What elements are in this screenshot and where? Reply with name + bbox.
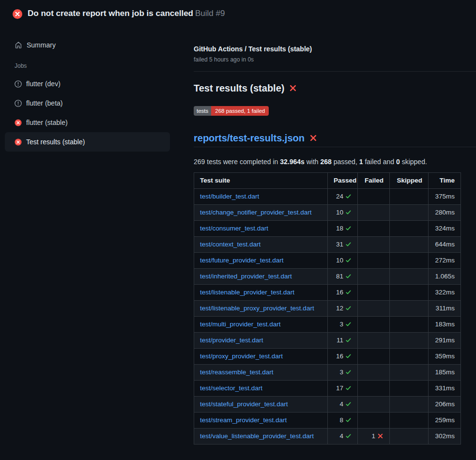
check-icon [345,272,352,281]
home-icon [15,41,22,49]
check-icon [345,383,352,393]
sidebar-item-flutter-stable[interactable]: flutter (stable) [5,113,170,132]
table-row: test/context_test.dart31644ms [194,237,461,253]
check-icon [345,192,352,201]
table-row: test/builder_test.dart24375ms [194,189,461,205]
table-row: test/reassemble_test.dart3185ms [194,365,461,381]
skipped-cell [390,205,429,221]
summary-line: 269 tests were completed in 32.964s with… [194,158,461,166]
jobs-heading: Jobs [15,62,184,69]
table-row: test/stream_provider_test.dart8259ms [194,413,461,429]
check-icon [345,288,352,297]
failed-cell [358,381,390,397]
skipped-cell [390,349,429,365]
suite-cell: test/listenable_provider_test.dart [194,285,328,301]
sidebar-item-test-results-stable[interactable]: Test results (stable) [5,132,170,152]
sidebar-item-flutter-beta[interactable]: flutter (beta) [5,93,170,113]
suite-link[interactable]: test/future_provider_test.dart [200,257,284,264]
passed-cell: 16 [328,349,358,365]
passed-cell: 81 [328,269,358,285]
passed-cell: 10 [328,253,358,269]
x-circle-icon [15,138,22,146]
sidebar-item-summary[interactable]: Summary [5,35,170,55]
suite-link[interactable]: test/stream_provider_test.dart [200,416,287,424]
main-content: GitHub Actions / Test results (stable) f… [184,28,476,445]
sidebar-item-label: Test results (stable) [26,138,85,146]
summary-duration: 32.964s [280,158,305,166]
sidebar: Summary Jobs flutter (dev)flutter (beta)… [0,28,184,152]
summary-text: skipped. [400,158,427,166]
time-cell: 259ms [429,413,461,429]
table-row: test/value_listenable_provider_test.dart… [194,429,461,445]
failed-count: 1 [371,432,375,440]
suite-link[interactable]: test/selector_test.dart [200,384,262,392]
build-failed-icon [13,9,22,19]
sidebar-item-flutter-dev[interactable]: flutter (dev) [5,74,170,93]
failed-cell [358,253,390,269]
failed-cell [358,237,390,253]
summary-passed-count: 268 [321,158,332,166]
skipped-cell [390,413,429,429]
suite-cell: test/inherited_provider_test.dart [194,269,328,285]
failed-cell [358,413,390,429]
suite-cell: test/reassemble_test.dart [194,365,328,381]
skipped-cell [390,301,429,317]
suite-link[interactable]: test/provider_test.dart [200,337,263,344]
suite-link[interactable]: test/inherited_provider_test.dart [200,273,292,280]
suite-link[interactable]: test/value_listenable_provider_test.dart [200,432,314,440]
table-row: test/provider_test.dart11291ms [194,333,461,349]
passed-cell: 18 [328,221,358,237]
alert-circle-icon [15,100,22,107]
passed-count: 3 [339,321,343,328]
skipped-cell [390,317,429,333]
passed-count: 31 [336,241,343,248]
suite-link[interactable]: test/multi_provider_test.dart [200,321,281,328]
suite-cell: test/context_test.dart [194,237,328,253]
suite-cell: test/listenable_proxy_provider_test.dart [194,301,328,317]
suite-cell: test/multi_provider_test.dart [194,317,328,333]
passed-count: 12 [336,305,343,312]
time-cell: 280ms [429,205,461,221]
page-header: Do not create report when job is cancell… [0,0,476,28]
passed-cell: 8 [328,413,358,429]
sidebar-item-label: flutter (beta) [26,99,62,107]
table-row: test/consumer_test.dart18324ms [194,221,461,237]
suite-link[interactable]: test/consumer_test.dart [200,225,268,232]
summary-text: with [305,158,321,166]
skipped-cell [390,285,429,301]
check-icon [345,240,352,249]
summary-text: passed, [332,158,359,166]
time-cell: 324ms [429,221,461,237]
suite-link[interactable]: test/reassemble_test.dart [200,368,274,376]
passed-count: 11 [337,337,343,344]
suite-link[interactable]: test/proxy_provider_test.dart [200,353,283,360]
failed-cell [358,333,390,349]
skipped-cell [390,397,429,413]
failed-cell [358,317,390,333]
passed-cell: 11 [328,333,358,349]
table-row: test/listenable_provider_test.dart16322m… [194,285,461,301]
passed-count: 4 [339,432,343,440]
suite-link[interactable]: test/listenable_provider_test.dart [200,289,294,296]
breadcrumb: GitHub Actions / Test results (stable) [194,45,461,53]
suite-link[interactable]: test/builder_test.dart [200,193,259,200]
passed-cell: 4 [328,429,358,445]
suite-link[interactable]: test/listenable_proxy_provider_test.dart [200,305,314,312]
summary-text: 269 tests were completed in [194,158,280,166]
table-header-row: Test suitePassedFailedSkippedTime [194,173,461,189]
passed-cell: 16 [328,285,358,301]
suite-cell: test/future_provider_test.dart [194,253,328,269]
time-cell: 291ms [429,333,461,349]
table-row: test/stateful_provider_test.dart4206ms [194,397,461,413]
time-cell: 302ms [429,429,461,445]
report-file-link[interactable]: reports/test-results.json [194,132,305,144]
suite-link[interactable]: test/stateful_provider_test.dart [200,400,288,408]
passed-cell: 3 [328,317,358,333]
divider [194,71,476,72]
suite-link[interactable]: test/change_notifier_provider_test.dart [200,209,311,216]
failed-cell [358,269,390,285]
check-icon [345,415,352,425]
time-cell: 183ms [429,317,461,333]
sidebar-item-label: Summary [27,41,56,49]
suite-link[interactable]: test/context_test.dart [200,241,261,248]
